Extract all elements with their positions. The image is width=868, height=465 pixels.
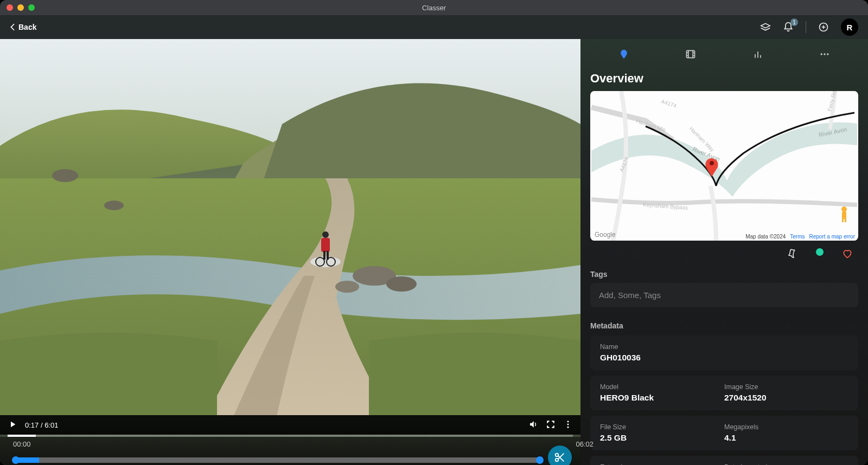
volume-button[interactable] bbox=[528, 419, 538, 431]
bar-chart-icon bbox=[752, 49, 763, 60]
favorite-button[interactable] bbox=[842, 248, 853, 261]
meta-model-label: Model bbox=[600, 383, 724, 391]
avatar[interactable]: R bbox=[841, 18, 858, 36]
map[interactable]: River Avon River Avon A4174 A4174 Ferry … bbox=[590, 91, 858, 241]
app-window: Classer Back 1 R bbox=[0, 0, 868, 465]
svg-rect-20 bbox=[687, 50, 695, 57]
toolbar: Back 1 R bbox=[0, 15, 868, 39]
map-footer: Map data ©2024 Terms Report a map error bbox=[745, 234, 855, 240]
trim-strip: 00:00 06:02 bbox=[0, 437, 580, 465]
meta-megapixels-label: Megapixels bbox=[724, 423, 848, 431]
svg-rect-9 bbox=[321, 238, 330, 252]
meta-model-card: Model HERO9 Black Image Size 2704x1520 bbox=[590, 376, 858, 410]
back-label: Back bbox=[18, 23, 36, 31]
toolbar-divider bbox=[806, 21, 806, 33]
svg-point-16 bbox=[567, 423, 569, 425]
svg-point-25 bbox=[710, 161, 714, 165]
meta-filesize-card: File Size 2.5 GB Megapixels 4.1 bbox=[590, 416, 858, 450]
svg-point-10 bbox=[322, 231, 329, 238]
meta-imagesize-value: 2704x1520 bbox=[724, 393, 848, 403]
svg-point-6 bbox=[52, 169, 78, 182]
trim-start-time: 00:00 bbox=[13, 440, 31, 448]
trim-track[interactable] bbox=[13, 457, 542, 463]
svg-point-23 bbox=[827, 53, 828, 55]
svg-point-4 bbox=[386, 276, 417, 292]
notification-badge: 1 bbox=[790, 18, 798, 26]
meta-model-value: HERO9 Black bbox=[600, 393, 724, 403]
tab-stats[interactable] bbox=[752, 49, 763, 60]
player-controls: 0:17 / 6:01 bbox=[0, 415, 580, 435]
tab-more[interactable] bbox=[819, 49, 830, 60]
right-panel: Overview bbox=[580, 39, 868, 465]
toolbar-right: 1 R bbox=[760, 18, 858, 36]
avatar-initial: R bbox=[847, 23, 853, 32]
map-logo: Google bbox=[595, 231, 616, 238]
scissors-icon bbox=[554, 451, 566, 463]
svg-rect-28 bbox=[842, 218, 844, 222]
trim-end-time: 06:02 bbox=[576, 440, 593, 448]
meta-filesize-label: File Size bbox=[600, 423, 724, 431]
pin-button[interactable] bbox=[787, 248, 797, 261]
cut-button[interactable] bbox=[548, 445, 572, 465]
video-frame[interactable] bbox=[0, 39, 580, 415]
svg-point-26 bbox=[841, 206, 847, 212]
meta-name-card: Name GH010036 bbox=[590, 335, 858, 370]
more-button[interactable] bbox=[563, 419, 573, 431]
svg-rect-29 bbox=[845, 218, 846, 222]
meta-extension-card: Extension .MP4 Date Imported 2/10/24, 9:… bbox=[590, 456, 858, 465]
pegman-icon[interactable] bbox=[839, 206, 850, 222]
meta-name-label: Name bbox=[600, 343, 848, 351]
film-icon bbox=[685, 49, 696, 60]
svg-rect-11 bbox=[323, 251, 326, 260]
app-title: Classer bbox=[422, 4, 446, 12]
window-close-button[interactable] bbox=[7, 4, 13, 11]
action-row bbox=[590, 241, 858, 267]
trim-handle-left[interactable] bbox=[12, 456, 20, 464]
map-terms-link[interactable]: Terms bbox=[790, 234, 805, 240]
meta-imagesize-label: Image Size bbox=[724, 383, 848, 391]
chevron-left-icon bbox=[10, 23, 15, 31]
svg-point-22 bbox=[824, 53, 826, 55]
more-horizontal-icon bbox=[819, 49, 830, 60]
svg-point-5 bbox=[335, 281, 359, 293]
map-attribution: Map data ©2024 bbox=[745, 234, 786, 240]
titlebar: Classer bbox=[0, 0, 868, 15]
svg-point-15 bbox=[567, 421, 569, 422]
map-report-link[interactable]: Report a map error bbox=[809, 234, 855, 240]
window-zoom-button[interactable] bbox=[28, 4, 35, 11]
svg-rect-27 bbox=[842, 211, 846, 219]
meta-name-value: GH010036 bbox=[600, 353, 848, 363]
overview-title: Overview bbox=[590, 72, 858, 86]
play-button[interactable] bbox=[8, 419, 17, 431]
svg-point-7 bbox=[104, 201, 124, 210]
map-pin-icon bbox=[618, 49, 629, 60]
back-button[interactable]: Back bbox=[10, 23, 36, 31]
tab-clips[interactable] bbox=[685, 49, 696, 60]
meta-filesize-value: 2.5 GB bbox=[600, 433, 724, 443]
video-still bbox=[0, 39, 580, 415]
traffic-lights bbox=[7, 4, 35, 11]
svg-point-17 bbox=[567, 426, 569, 428]
tags-heading: Tags bbox=[590, 270, 858, 279]
layers-icon[interactable] bbox=[760, 22, 771, 33]
main: 0:17 / 6:01 00:00 06:02 bbox=[0, 39, 868, 465]
color-dot-icon bbox=[816, 248, 824, 256]
tags-input[interactable] bbox=[590, 283, 858, 307]
svg-rect-24 bbox=[591, 91, 857, 241]
trim-handle-right[interactable] bbox=[536, 456, 544, 464]
add-icon[interactable] bbox=[818, 22, 829, 33]
color-tag-button[interactable] bbox=[816, 248, 824, 261]
metadata-heading: Metadata bbox=[590, 321, 858, 330]
time-display: 0:17 / 6:01 bbox=[25, 421, 58, 429]
window-minimize-button[interactable] bbox=[17, 4, 24, 11]
tab-overview[interactable] bbox=[618, 49, 629, 60]
svg-point-21 bbox=[821, 53, 822, 55]
pin-icon bbox=[787, 248, 797, 259]
video-pane: 0:17 / 6:01 00:00 06:02 bbox=[0, 39, 580, 465]
notifications-icon[interactable]: 1 bbox=[783, 22, 794, 33]
fullscreen-button[interactable] bbox=[546, 419, 556, 431]
heart-icon bbox=[842, 248, 853, 259]
meta-megapixels-value: 4.1 bbox=[724, 433, 848, 443]
panel-tabs bbox=[590, 39, 858, 69]
